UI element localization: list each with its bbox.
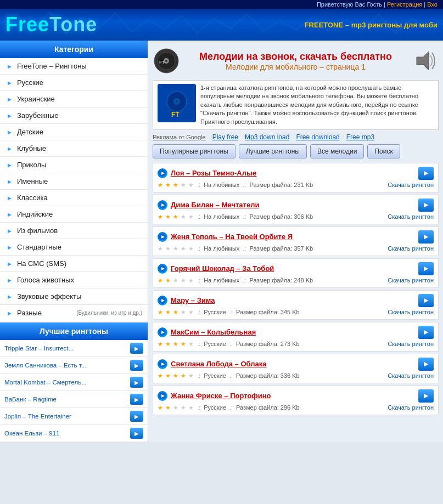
- sidebar-arrow: ►: [7, 63, 13, 70]
- sidebar-item[interactable]: ► Голоса животных: [0, 272, 148, 288]
- song-title[interactable]: Мару – Зима: [171, 296, 215, 304]
- main-page-title: Мелодии на звонок, скачать бесплатно: [186, 51, 406, 63]
- song-left: Светлана Лобода – Облака: [158, 359, 266, 369]
- best-item[interactable]: Tripple Star – Insurrect... ▶: [0, 340, 148, 357]
- song-play-button[interactable]: ▶: [418, 326, 434, 339]
- song-download-link[interactable]: Скачать рингтон: [388, 277, 434, 284]
- sidebar-item[interactable]: ► Классика: [0, 190, 148, 206]
- song-title[interactable]: Горячий Шоколад – За Тобой: [171, 264, 274, 273]
- cd-icon-left: FT: [153, 47, 180, 75]
- sidebar-item-label: Русские: [17, 78, 142, 87]
- sidebar-item[interactable]: ► Клубные: [0, 140, 148, 157]
- song-play-button[interactable]: ▶: [418, 167, 434, 180]
- star-icon: ★: [173, 277, 178, 284]
- sidebar-item[interactable]: ► Индийские: [0, 206, 148, 223]
- sidebar-item[interactable]: ► Стандартные: [0, 239, 148, 256]
- sidebar-item[interactable]: ► Приколы: [0, 157, 148, 173]
- logo[interactable]: FreeTone: [5, 13, 97, 36]
- song-title[interactable]: МакСим – Колыбельная: [171, 328, 256, 336]
- best-play-button[interactable]: ▶: [130, 343, 143, 354]
- sidebar-item[interactable]: ► Звуковые эффекты: [0, 288, 148, 305]
- song-left: Мару – Зима: [158, 296, 215, 305]
- star-icon: ★: [173, 213, 178, 220]
- mp3-download-link[interactable]: Mp3 down load: [245, 133, 289, 141]
- sidebar-item[interactable]: ► Из фильмов: [0, 223, 148, 239]
- song-top: МакСим – Колыбельная ▶: [158, 326, 434, 339]
- song-download-link[interactable]: Скачать рингтон: [388, 341, 434, 347]
- song-play-button[interactable]: ▶: [418, 358, 434, 371]
- svg-point-3: [165, 60, 167, 62]
- nav-button[interactable]: Поиск: [367, 144, 400, 158]
- sidebar-item[interactable]: ► На СМС (SMS): [0, 256, 148, 272]
- best-play-button[interactable]: ▶: [130, 411, 143, 422]
- best-item[interactable]: ВаБанк – Ragtime ▶: [0, 391, 148, 408]
- song-title[interactable]: Женя Тополь – На Твоей Орбите Я: [171, 233, 293, 241]
- song-play-icon: [158, 232, 167, 242]
- sidebar-item[interactable]: ► Детские: [0, 124, 148, 140]
- play-free-link[interactable]: Play free: [212, 133, 238, 141]
- song-play-button[interactable]: ▶: [418, 389, 434, 403]
- best-play-button[interactable]: ▶: [130, 428, 143, 439]
- sidebar-item[interactable]: ► Украинские: [0, 91, 148, 107]
- login-link[interactable]: Вхо: [427, 1, 438, 8]
- best-play-button[interactable]: ▶: [130, 394, 143, 405]
- star-icon: ★: [165, 309, 171, 316]
- song-play-button[interactable]: ▶: [418, 230, 434, 243]
- song-download-link[interactable]: Скачать рингтон: [388, 404, 434, 411]
- song-category: Русские: [204, 372, 226, 379]
- song-top: Лоя – Розы Темно-Алые ▶: [158, 167, 434, 180]
- best-item-link[interactable]: Земля Санникова – Есть т...: [4, 362, 127, 369]
- best-play-button[interactable]: ▶: [130, 377, 143, 388]
- star-icon: ★: [188, 341, 194, 348]
- song-play-button[interactable]: ▶: [418, 262, 434, 275]
- sidebar-item[interactable]: ► Именные: [0, 173, 148, 190]
- song-play-button[interactable]: ▶: [418, 294, 434, 307]
- sidebar-items: ► FreeTone – Рингтоны ► Русские ► Украин…: [0, 58, 148, 321]
- best-item-link[interactable]: Joplin – The Entertainer: [4, 413, 127, 420]
- song-title[interactable]: Светлана Лобода – Облака: [171, 360, 266, 368]
- best-play-button[interactable]: ▶: [130, 360, 143, 371]
- sidebar-item-label: Клубные: [17, 144, 142, 152]
- star-icon: ★: [188, 372, 194, 380]
- best-item-link[interactable]: Океан Ельзи – 911: [4, 430, 127, 437]
- star-icon: ★: [173, 372, 178, 380]
- song-download-link[interactable]: Скачать рингтон: [388, 213, 434, 220]
- sidebar-item[interactable]: ► Русские: [0, 75, 148, 91]
- nav-button[interactable]: Лучшие рингтоны: [239, 144, 307, 158]
- free-download-link[interactable]: Free download: [296, 133, 339, 141]
- best-item-link[interactable]: Tripple Star – Insurrect...: [4, 345, 127, 352]
- star-icon: ★: [181, 245, 186, 252]
- song-download-link[interactable]: Скачать рингтон: [388, 309, 434, 315]
- song-title[interactable]: Лоя – Розы Темно-Алые: [171, 169, 256, 177]
- sidebar-item[interactable]: ► Зарубежные: [0, 107, 148, 124]
- best-item-link[interactable]: Mortal Kombat – Смертель...: [4, 379, 127, 386]
- free-mp3-link[interactable]: Free mp3: [346, 133, 374, 141]
- song-play-button[interactable]: ▶: [418, 199, 434, 212]
- song-title[interactable]: Жанна Фриске – Портофино: [171, 392, 271, 400]
- separator: .:: [197, 404, 200, 411]
- song-download-link[interactable]: Скачать рингтон: [388, 245, 434, 252]
- svg-text:FT: FT: [171, 111, 180, 118]
- song-download-link[interactable]: Скачать рингтон: [388, 372, 434, 379]
- page-title-block: Мелодии на звонок, скачать бесплатно Мел…: [186, 51, 406, 71]
- best-item[interactable]: Mortal Kombat – Смертель... ▶: [0, 374, 148, 391]
- best-item[interactable]: Joplin – The Entertainer ▶: [0, 408, 148, 425]
- sidebar-item[interactable]: ► FreeTone – Рингтоны: [0, 58, 148, 75]
- nav-button[interactable]: Все мелодии: [310, 144, 365, 158]
- register-link[interactable]: Регистрация: [387, 1, 422, 8]
- song-download-link[interactable]: Скачать рингтон: [388, 182, 434, 188]
- separator: .:: [197, 341, 200, 347]
- best-item[interactable]: Земля Санникова – Есть т... ▶: [0, 357, 148, 374]
- ad-label: Реклама от Google: [153, 134, 206, 140]
- star-icon: ★: [158, 404, 163, 411]
- nav-button[interactable]: Популярные рингтоны: [153, 144, 235, 158]
- song-title[interactable]: Дима Билан – Мечтатели: [171, 201, 259, 209]
- song-category: Русские: [204, 309, 226, 315]
- best-item-link[interactable]: ВаБанк – Ragtime: [4, 396, 127, 403]
- sidebar-item[interactable]: ► Разные (Будильники, из игр и др.): [0, 305, 148, 321]
- star-icon: ★: [158, 245, 163, 252]
- song-meta: ★★★★★ .: На любимых .: Размер файла: 357…: [158, 245, 434, 252]
- song-top: Женя Тополь – На Твоей Орбите Я ▶: [158, 230, 434, 243]
- separator: .:: [197, 245, 200, 252]
- best-item[interactable]: Океан Ельзи – 911 ▶: [0, 425, 148, 442]
